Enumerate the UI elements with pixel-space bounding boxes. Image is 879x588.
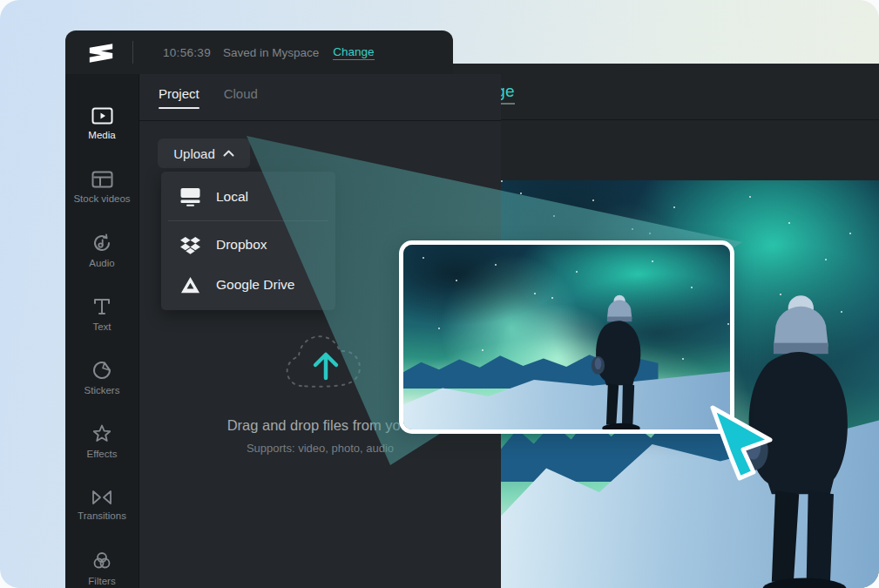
sidebar-item-label: Audio	[89, 258, 114, 268]
saved-status: Saved in Myspace	[223, 46, 319, 59]
aurora-callout-frame	[403, 245, 730, 429]
sidebar-item-label: Media	[88, 130, 115, 140]
stickers-icon	[91, 360, 112, 381]
stars	[403, 245, 405, 247]
audio-icon	[91, 233, 112, 253]
media-icon	[91, 106, 113, 125]
text-icon	[91, 296, 112, 317]
sidebar-item-stock-videos[interactable]: Stock videos	[65, 155, 139, 219]
stars	[501, 180, 503, 182]
project-time: 10:56:39	[163, 46, 211, 59]
screenshot-stage: Change	[0, 0, 879, 588]
sidebar-item-media[interactable]: Media	[65, 91, 139, 155]
menu-divider	[168, 220, 328, 221]
upload-menu: Local Dropbox	[161, 172, 335, 310]
menu-item-label: Local	[216, 189, 248, 205]
sidebar-item-effects[interactable]: Effects	[65, 409, 139, 473]
menu-item-label: Google Drive	[216, 277, 294, 293]
chevron-up-icon	[223, 150, 234, 157]
tabs-divider	[139, 120, 501, 121]
filters-icon	[91, 551, 112, 571]
stock-videos-icon	[91, 170, 113, 189]
change-link[interactable]: Change	[333, 45, 374, 60]
transitions-icon	[91, 489, 113, 506]
titlebar-divider	[132, 41, 133, 64]
capcut-logo-icon	[87, 42, 115, 64]
overlay-divider	[453, 119, 879, 120]
sidebar: Media Stock videos	[65, 74, 139, 588]
dropzone-support-text: Supports: video, photo, audio	[139, 442, 501, 455]
menu-item-local[interactable]: Local	[161, 177, 335, 217]
titlebar: 10:56:39 Saved in Myspace Change	[65, 30, 453, 74]
menu-item-google-drive[interactable]: Google Drive	[161, 265, 335, 305]
sidebar-item-label: Stock videos	[73, 193, 130, 204]
cloud-upload-icon	[275, 328, 376, 400]
sidebar-item-label: Stickers	[85, 385, 120, 395]
sidebar-item-text[interactable]: Text	[65, 282, 139, 346]
tab-cloud[interactable]: Cloud	[224, 86, 258, 109]
sidebar-item-label: Text	[92, 321, 111, 332]
dropbox-icon	[180, 236, 200, 254]
upload-button[interactable]: Upload	[158, 139, 250, 168]
menu-item-dropbox[interactable]: Dropbox	[161, 225, 335, 265]
sidebar-item-audio[interactable]: Audio	[65, 219, 139, 282]
zoom-callout	[399, 240, 734, 434]
tab-project[interactable]: Project	[159, 86, 199, 109]
upload-button-label: Upload	[173, 146, 215, 161]
google-drive-icon	[180, 276, 200, 294]
sidebar-item-filters[interactable]: Filters	[65, 537, 139, 588]
person-silhouette	[590, 293, 647, 429]
sidebar-item-transitions[interactable]: Transitions	[65, 473, 139, 537]
sidebar-item-label: Filters	[88, 576, 115, 586]
menu-item-label: Dropbox	[216, 237, 267, 253]
sidebar-item-label: Transitions	[78, 510, 126, 521]
background-card: Change	[0, 0, 879, 588]
panel-tabs: Project Cloud	[159, 86, 258, 109]
sidebar-item-stickers[interactable]: Stickers	[65, 346, 139, 409]
cursor-arrow-icon	[701, 396, 784, 488]
sidebar-item-label: Effects	[87, 449, 118, 459]
effects-icon	[91, 423, 112, 444]
monitor-icon	[180, 187, 200, 206]
